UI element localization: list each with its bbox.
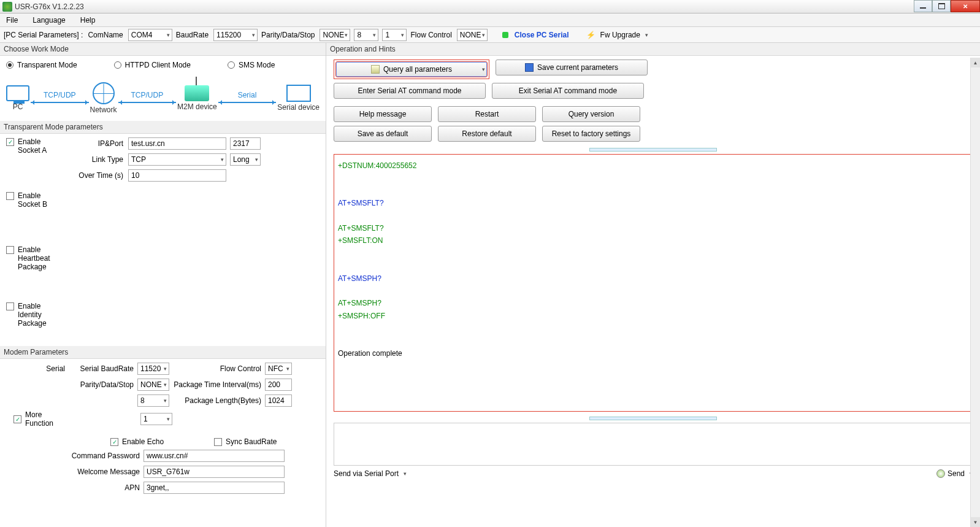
scroll-up-icon[interactable]: ▲	[971, 58, 980, 67]
radio-sms-mode[interactable]: SMS Mode	[228, 61, 275, 69]
welcome-input[interactable]: USR_G761w	[144, 466, 285, 478]
welcome-label: Welcome Message	[6, 467, 140, 476]
log-line: AT+SMSFLT?	[338, 197, 968, 209]
more-function-checkbox[interactable]	[13, 415, 21, 423]
plb-label: Package Length(Bytes)	[169, 396, 261, 405]
linktype-select[interactable]: TCP	[128, 153, 226, 166]
window-minimize-button[interactable]	[914, 0, 932, 12]
left-panel: Choose Work Mode Transparent Mode HTTPD …	[0, 43, 326, 527]
modem-stop-select[interactable]: 1	[140, 413, 172, 425]
log-output[interactable]: +DSTNUM:4000255652 AT+SMSFLT? AT+SMSFLT?…	[334, 154, 973, 412]
menu-bar: File Language Help	[0, 13, 980, 27]
ipport-label: IP&Port	[56, 139, 123, 148]
log-line	[338, 260, 968, 272]
menu-help[interactable]: Help	[77, 15, 99, 26]
splitter-top[interactable]	[334, 147, 973, 152]
modem-parity-select[interactable]: NONE	[137, 379, 169, 391]
log-line	[338, 247, 968, 260]
search-icon	[371, 65, 380, 74]
enable-socket-b-checkbox[interactable]	[6, 192, 14, 200]
overtime-label: Over Time (s)	[56, 171, 123, 180]
baudrate-label: BaudRate	[176, 31, 209, 39]
transparent-params-label: Transparent Mode parameters	[0, 121, 326, 134]
pti-label: Package Time Interval(ms)	[169, 380, 261, 389]
window-maximize-button[interactable]	[932, 0, 951, 12]
help-button[interactable]: Help message	[334, 106, 432, 122]
close-serial-link[interactable]: Close PC Serial	[515, 31, 569, 39]
send-button[interactable]: Send	[936, 469, 973, 478]
restart-button[interactable]: Restart	[438, 106, 536, 122]
pc-icon	[6, 85, 29, 101]
long-select[interactable]: Long	[230, 153, 261, 166]
comname-select[interactable]: COM4	[128, 29, 172, 41]
save-default-button[interactable]: Save as default	[334, 126, 432, 142]
fw-upgrade-dropdown[interactable]: Fw Upgrade	[600, 31, 648, 39]
stopbits-select[interactable]: 1	[382, 29, 407, 41]
databits-select[interactable]: 8	[354, 29, 378, 41]
sync-baud-checkbox[interactable]	[214, 438, 222, 446]
serial-device-icon	[286, 85, 311, 102]
radio-transparent-mode[interactable]: Transparent Mode	[6, 61, 77, 69]
enable-echo-label: Enable Echo	[122, 437, 183, 446]
comname-label: ComName	[88, 31, 123, 39]
ip-input[interactable]: test.usr.cn	[128, 137, 226, 150]
window-close-button[interactable]	[951, 0, 980, 12]
port-input[interactable]: 2317	[230, 137, 261, 150]
baudrate-select[interactable]: 115200	[213, 29, 258, 41]
log-line	[338, 185, 968, 197]
network-icon	[93, 82, 115, 104]
overtime-input[interactable]: 10	[128, 169, 226, 182]
log-line	[338, 172, 968, 184]
linktype-label: Link Type	[56, 155, 123, 164]
enter-at-button[interactable]: Enter Serial AT command mode	[334, 83, 486, 99]
menu-file[interactable]: File	[2, 15, 21, 26]
serial-toolbar: [PC Serial Parameters] : ComName COM4 Ba…	[0, 27, 980, 43]
send-textarea[interactable]	[334, 423, 973, 466]
log-line	[338, 285, 968, 297]
operation-hints-label: Operation and Hints	[326, 43, 980, 56]
choose-work-mode-label: Choose Work Mode	[0, 43, 326, 56]
enable-heartbeat-checkbox[interactable]	[6, 246, 14, 254]
radio-httpd-mode[interactable]: HTTPD Client Mode	[114, 61, 191, 69]
vertical-scrollbar[interactable]: ▲ ▼	[970, 58, 980, 527]
flow-control-select[interactable]: NONE	[457, 29, 488, 41]
serial-params-label: [PC Serial Parameters] :	[4, 31, 83, 39]
query-all-button[interactable]: Query all parameters	[335, 61, 488, 77]
log-line: Operation complete	[338, 347, 968, 360]
scroll-down-icon[interactable]: ▼	[971, 517, 980, 527]
log-line: AT+SMSFLT?	[338, 222, 968, 234]
menu-language[interactable]: Language	[29, 15, 69, 26]
restore-default-button[interactable]: Restore default	[438, 126, 536, 142]
query-version-button[interactable]: Query version	[542, 106, 640, 122]
send-via-dropdown[interactable]: Send via Serial Port	[334, 469, 407, 478]
save-icon	[525, 63, 534, 72]
log-line	[338, 334, 968, 347]
save-params-button[interactable]: Save current parameters	[496, 60, 648, 75]
enable-socket-b-label: Enable Socket B	[18, 191, 52, 209]
log-line: +DSTNUM:4000255652	[338, 160, 968, 172]
enable-echo-checkbox[interactable]	[110, 438, 118, 446]
enable-identity-label: Enable Identity Package	[18, 302, 61, 328]
modem-data-select[interactable]: 8	[137, 394, 169, 407]
serial-baud-label: Serial BaudRate	[72, 364, 134, 373]
parity-select[interactable]: NONE	[320, 29, 350, 41]
pti-input[interactable]: 200	[265, 379, 292, 391]
modem-flow-select[interactable]: NFC	[265, 363, 292, 375]
enable-identity-checkbox[interactable]	[6, 302, 14, 310]
topology-diagram: PC TCP/UDP Network TCP/UDP M2M device Se…	[0, 77, 326, 121]
modem-flow-label: Flow Control	[169, 364, 261, 373]
apn-input[interactable]: 3gnet,,	[144, 482, 285, 494]
cmd-password-input[interactable]: www.usr.cn#	[144, 450, 285, 462]
factory-reset-button[interactable]: Reset to factory settings	[542, 126, 640, 142]
splitter-bottom[interactable]	[334, 415, 973, 420]
enable-socket-a-checkbox[interactable]	[6, 138, 14, 146]
serial-section-label: Serial	[6, 364, 65, 373]
serial-baud-select[interactable]: 11520	[137, 363, 169, 375]
right-panel: Operation and Hints Query all parameters…	[326, 43, 980, 527]
plb-input[interactable]: 1024	[265, 394, 292, 407]
apn-label: APN	[6, 483, 140, 492]
exit-at-button[interactable]: Exit Serial AT command mode	[492, 83, 644, 99]
title-bar: USR-G76x V1.2.2.23	[0, 0, 980, 13]
log-line: AT+SMSPH?	[338, 272, 968, 285]
serial-status-led-icon	[502, 32, 508, 38]
